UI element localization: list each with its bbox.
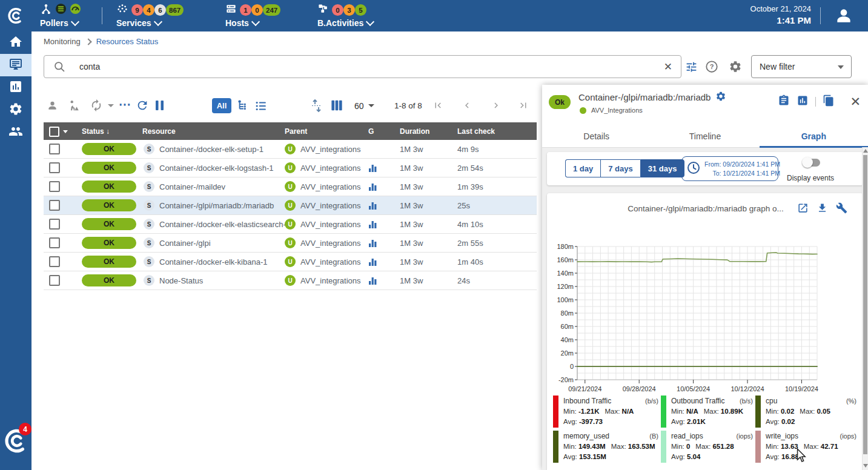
graph-icon[interactable] [368,182,377,191]
graph-icon[interactable] [368,276,377,285]
count-badge[interactable]: 0 [332,4,343,16]
legend-item[interactable]: memory_used(B)Min: 149.43MMax: 163.53MAv… [553,431,661,463]
status-badge[interactable]: OK [82,162,136,174]
open-in-new-icon[interactable] [797,202,809,216]
resource-name[interactable]: Container-/docker-elk-elasticsearch-1 [159,220,290,229]
sidebar-item-monitoring[interactable] [0,54,31,76]
legend-item[interactable]: cpu(%)Min: 0.02Max: 0.05Avg: 0.02 [755,396,859,428]
download-icon[interactable] [817,202,828,216]
topbar-bactivities[interactable]: 035 B.Activities [317,3,373,28]
count-badge[interactable]: 3 [343,4,355,16]
status-badge[interactable]: OK [82,237,136,249]
notification-badge[interactable]: 4 [19,423,31,435]
acknowledge-icon[interactable] [46,99,59,114]
topbar-pollers[interactable]: Pollers [40,3,81,28]
count-badge[interactable]: 9 [131,4,143,16]
prev-page-icon[interactable] [462,100,472,113]
resource-name[interactable]: Container-/glpi [159,239,211,248]
row-checkbox[interactable] [49,237,60,248]
filter-all-chip[interactable]: All [212,98,231,113]
row-checkbox[interactable] [49,181,60,192]
table-row[interactable]: OKSContainer-/docker-elk-kibana-1UAVV_in… [44,253,537,271]
sidebar-item-configuration[interactable] [0,99,31,121]
column-parent[interactable]: Parent [285,127,307,136]
resource-settings-gear-icon[interactable] [715,91,726,104]
user-icon[interactable] [834,6,853,25]
column-graph[interactable]: G [368,127,374,136]
tree-view-icon[interactable] [237,99,250,114]
row-checkbox[interactable] [49,144,60,154]
legend-item[interactable]: read_iops(iops)Min: 0Max: 651.28Avg: 5.0… [661,431,755,463]
resource-name[interactable]: Node-Status [159,276,203,285]
status-badge[interactable]: OK [82,180,136,193]
parent-name[interactable]: AVV_integrations [300,220,361,229]
legend-item[interactable]: write_iops(iops)Min: 13.63Max: 42.71Avg:… [755,431,859,463]
downtime-icon[interactable] [67,99,81,114]
range-button-7-days[interactable]: 7 days [600,159,640,177]
table-row[interactable]: OKSContainer-/docker-elk-logstash-1UAVV_… [44,159,537,177]
legend-item[interactable]: Inbound Traffic(b/s)Min: -1.21KMax: N/AA… [553,396,661,428]
graph-icon[interactable] [368,239,377,248]
status-badge[interactable]: OK [82,274,136,286]
resource-name[interactable]: Container-/docker-elk-logstash-1 [159,164,274,173]
wrench-icon[interactable] [836,202,847,216]
resource-name[interactable]: Container-/maildev [159,182,225,191]
graph-icon[interactable] [368,164,377,173]
status-badge[interactable]: OK [82,256,136,268]
chevron-down-icon[interactable] [368,104,374,107]
parent-name[interactable]: AVV_integrations [300,276,361,285]
search-input[interactable]: conta ✕ [44,55,681,78]
tab-graph[interactable]: Graph [760,125,868,147]
table-row[interactable]: OKSNode-StatusUAVV_integrations1M 3w24s [44,271,537,290]
copy-link-icon[interactable] [823,94,835,109]
column-resource[interactable]: Resource [142,127,176,136]
scroll-up-icon[interactable] [863,149,868,153]
last-page-icon[interactable] [518,100,529,113]
graph-icon[interactable] [368,201,377,210]
rows-per-page[interactable]: 60 [354,101,364,111]
topbar-hosts[interactable]: 10247 Hosts [225,3,280,28]
table-row[interactable]: OKSContainer-/maildevUAVV_integrations1M… [44,177,537,196]
resource-name[interactable]: Container-/glpi/mariadb:/mariadb [159,201,274,210]
tab-details[interactable]: Details [542,125,651,147]
pause-icon[interactable] [155,100,165,113]
settings-gear-icon[interactable] [729,60,742,76]
count-badge[interactable]: 6 [154,4,166,16]
performance-chart[interactable]: 180m160m140m120m100m80m60m40m20m0-20m09/… [552,236,858,394]
legend-item[interactable]: Outbound Traffic(b/s)Min: N/AMax: 10.89K… [661,396,755,428]
count-badge[interactable]: 4 [143,4,154,16]
topbar-services[interactable]: 946867 Services [116,3,184,28]
select-all-checkbox[interactable] [49,127,59,137]
parent-name[interactable]: AVV_integrations [300,239,361,248]
chevron-down-icon[interactable] [63,130,68,133]
display-events-toggle[interactable] [804,159,820,167]
more-actions-icon[interactable]: ⋯ [119,97,131,111]
status-badge[interactable]: OK [82,199,136,211]
scroll-down-icon[interactable] [863,464,868,468]
next-page-icon[interactable] [491,100,502,113]
performance-graph-icon[interactable] [797,94,809,109]
chevron-down-icon[interactable] [108,104,114,107]
list-view-icon[interactable] [254,99,268,115]
close-panel-icon[interactable]: ✕ [850,96,861,108]
expand-rows-icon[interactable] [310,98,323,116]
row-checkbox[interactable] [49,162,60,173]
breadcrumb-resources-status[interactable]: Resources Status [96,37,159,46]
graph-icon[interactable] [368,257,377,266]
resource-name[interactable]: Container-/docker-elk-setup-1 [159,145,263,154]
parent-name[interactable]: AVV_integrations [300,182,361,191]
centreon-logo-icon[interactable] [5,5,26,26]
status-badge[interactable]: OK [82,143,136,155]
parent-name[interactable]: AVV_integrations [300,164,361,173]
refresh-icon[interactable] [136,99,149,114]
filter-select[interactable]: New filter [751,55,852,78]
row-checkbox[interactable] [49,256,60,267]
table-row[interactable]: OKSContainer-/glpiUAVV_integrations1M 3w… [44,234,537,253]
table-row[interactable]: OKSContainer-/docker-elk-elasticsearch-1… [44,215,537,234]
scrollbar-thumb[interactable] [863,155,867,454]
parent-name[interactable]: AVV_integrations [300,257,361,266]
range-button-31-days[interactable]: 31 days [640,159,685,177]
graph-icon[interactable] [368,220,377,229]
sidebar-item-reporting[interactable] [0,76,31,99]
tune-filters-icon[interactable] [685,61,698,76]
